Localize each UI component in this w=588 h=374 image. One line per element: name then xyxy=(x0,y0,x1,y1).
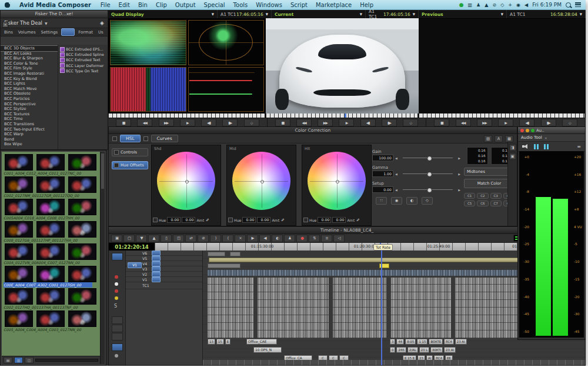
slider-left-arrow[interactable]: ◀ xyxy=(395,188,397,192)
transport-button[interactable]: ◇ xyxy=(244,119,259,126)
enable-checkbox[interactable] xyxy=(114,163,119,168)
transport-button[interactable]: ▶ xyxy=(339,119,354,126)
slider-right-arrow[interactable]: ▶ xyxy=(458,188,460,192)
audio-clip[interactable]: Office_CAE xyxy=(246,339,277,345)
transport-button[interactable]: ▮▶ xyxy=(382,119,397,126)
meter-out-icon[interactable] xyxy=(544,144,549,149)
status-icon[interactable]: ▥ xyxy=(468,2,473,8)
meter-in-icon[interactable] xyxy=(534,144,539,149)
clip-thumbnail[interactable] xyxy=(5,288,33,305)
pen-dot[interactable] xyxy=(115,354,118,358)
menu-item[interactable]: Clip xyxy=(152,2,171,8)
color-wheel[interactable] xyxy=(157,152,215,210)
tool-button[interactable] xyxy=(112,316,123,324)
status-icon[interactable]: ◀ xyxy=(524,2,528,8)
chevron-down-icon[interactable]: ▼ xyxy=(266,12,268,16)
clip-thumbnail[interactable] xyxy=(5,243,33,260)
clip-thumbnail[interactable] xyxy=(5,154,33,171)
chevron-down-icon[interactable]: ▼ xyxy=(413,12,415,16)
script-icon[interactable]: S xyxy=(114,303,117,309)
eyedropper-icon[interactable]: ✎ xyxy=(205,218,209,222)
slider-thumb[interactable] xyxy=(427,172,432,177)
match-color-swatch[interactable]: 0.16 0.16 0.16 xyxy=(467,147,488,165)
status-icon[interactable]: ♟ xyxy=(476,2,480,8)
track-label[interactable]: V1 xyxy=(142,278,152,282)
timeline-tool-button[interactable]: ⇅ xyxy=(309,235,320,242)
track-label[interactable]: TC1 xyxy=(142,283,152,288)
transport-button[interactable]: ◀◀ xyxy=(456,119,471,126)
timeline-tool-button[interactable]: ▣ xyxy=(111,235,122,242)
zoom-icon[interactable] xyxy=(531,129,534,132)
timeline-tool-button[interactable]: ⊘ xyxy=(198,235,209,242)
clip-thumbnail[interactable] xyxy=(36,288,65,305)
notification-center-icon[interactable] xyxy=(575,2,581,7)
enable-checkbox[interactable] xyxy=(112,136,117,141)
video-clip[interactable] xyxy=(208,252,225,256)
peak-hold-menu-icon[interactable]: ≡ xyxy=(577,144,581,149)
clip-name[interactable]: C002_0127HQ_001137HA_001137NF_00 xyxy=(4,305,100,310)
effect-item[interactable]: BCC Layer Deformer xyxy=(58,63,108,68)
quad-timecode[interactable]: A1 TC1 17:46:05:16 ▼ xyxy=(218,10,272,18)
effect-category[interactable]: BCC Blur & Sharpen xyxy=(1,56,58,61)
enable-checkbox[interactable] xyxy=(114,150,119,155)
enable-checkbox[interactable] xyxy=(303,218,308,222)
record-dot[interactable] xyxy=(115,275,118,279)
clip-thumbnail[interactable] xyxy=(5,221,33,238)
project-tab[interactable]: Us xyxy=(96,29,105,35)
clip-thumbnail[interactable] xyxy=(68,266,96,282)
audio-clip[interactable]: 10 OPS_N xyxy=(253,347,282,353)
transport-button[interactable]: ◇ xyxy=(403,119,418,126)
transport-button[interactable]: ▶ xyxy=(180,119,195,126)
transport-button[interactable]: ▶▶ xyxy=(159,119,174,126)
effect-category[interactable]: BCC Image Restorati xyxy=(1,71,58,76)
chevron-down-icon[interactable]: ▼ xyxy=(501,12,503,16)
thumbnail-size-slider[interactable] xyxy=(35,359,98,362)
eyedropper-icon[interactable]: ✎ xyxy=(355,218,360,222)
effect-category[interactable]: BCC Obsolete xyxy=(1,91,58,96)
timeline-tool-button[interactable]: ⇄ xyxy=(185,235,196,242)
transport-button[interactable]: ■ xyxy=(434,119,449,126)
track-enable-button[interactable] xyxy=(152,266,161,272)
timeline-fast-menu[interactable] xyxy=(112,253,123,261)
color-wheel[interactable] xyxy=(232,152,290,210)
menu-item[interactable]: Script xyxy=(286,2,312,8)
audio-clip[interactable]: 44 xyxy=(396,339,404,345)
cc-mini-button[interactable]: ◐ xyxy=(406,197,417,205)
hue-value[interactable]: 0.00 xyxy=(242,217,256,223)
quad-display-header[interactable]: Quad Display ▼ xyxy=(108,10,218,18)
effect-category[interactable]: BCC Key & Blend xyxy=(1,76,58,82)
hue-value[interactable]: 0.00 xyxy=(167,217,181,223)
correction-bucket-button[interactable]: C7 xyxy=(490,201,502,206)
menu-item[interactable]: Windows xyxy=(252,2,286,8)
track-enable-button[interactable] xyxy=(152,251,161,256)
clip-name[interactable]: C005A004_C018_A004_C008_0127HH_00 xyxy=(4,215,100,221)
clip-name[interactable]: C001_A004_C012_A004_C011_0127NC_00 xyxy=(4,171,100,176)
transport-button[interactable]: ▶▶ xyxy=(477,119,492,126)
previous-position-bar[interactable] xyxy=(419,113,586,118)
audio-clip[interactable]: RC4 xyxy=(444,339,454,345)
transport-button[interactable]: ◀▮ xyxy=(360,119,376,126)
previous-timecode[interactable]: A1 TC1 16:58:28:04 ▼ xyxy=(507,10,586,18)
timeline-tool-button[interactable]: ♟ xyxy=(284,235,295,242)
clip-thumbnail[interactable] xyxy=(36,221,65,238)
white-dot[interactable] xyxy=(115,282,118,286)
audio-clip[interactable]: 2/AL xyxy=(407,347,418,353)
track-enable-button[interactable] xyxy=(152,272,161,277)
script-view-icon[interactable]: ◫ xyxy=(25,357,34,363)
clip-name[interactable]: C008_0127G6_001127HP_001127HA_00 xyxy=(4,238,100,243)
slider-thumb[interactable] xyxy=(427,156,432,161)
timeline-tool-button[interactable]: ● xyxy=(296,235,308,242)
tool-button[interactable] xyxy=(112,333,123,340)
tool-button[interactable] xyxy=(112,325,123,332)
color-wheel[interactable] xyxy=(308,152,366,210)
effect-category[interactable]: BCC Textures xyxy=(1,112,58,117)
menu-item[interactable]: Output xyxy=(171,2,200,8)
transport-button[interactable]: ◇ xyxy=(562,119,577,126)
status-icon[interactable]: + xyxy=(508,2,512,8)
slider-value[interactable]: 100.00 xyxy=(372,155,393,161)
effect-item[interactable]: BCC Type On Text xyxy=(58,68,108,74)
transport-button[interactable]: ▶▶ xyxy=(318,119,333,126)
eyedropper-icon[interactable]: ✎ xyxy=(280,218,285,222)
audio-clip[interactable]: 23 L xyxy=(419,347,430,353)
slider-thumb[interactable] xyxy=(427,188,432,193)
